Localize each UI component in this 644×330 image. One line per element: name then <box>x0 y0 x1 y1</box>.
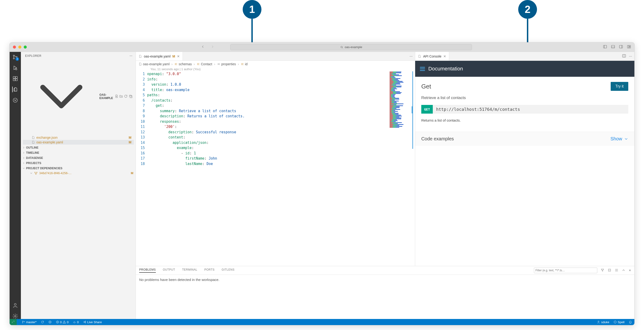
tab-oas-example[interactable]: oas-example.yaml M ✕ <box>136 52 183 60</box>
api-console-title: Documentation <box>428 66 463 72</box>
tab-close-icon[interactable]: ✕ <box>443 54 446 58</box>
sidebar-section-outline[interactable]: OUTLINE <box>21 145 136 150</box>
svg-point-28 <box>50 322 50 322</box>
notifications-icon[interactable] <box>629 320 632 324</box>
problems-filter-input[interactable] <box>534 268 597 273</box>
operation-summary: Retrieve a list of contacts <box>421 96 628 100</box>
live-share-status[interactable]: Live Share <box>83 320 102 324</box>
panel-close-icon[interactable]: ✕ <box>629 269 631 272</box>
code-examples-section[interactable]: Code examples Show <box>415 132 634 146</box>
svg-point-32 <box>74 323 75 323</box>
explorer-icon[interactable] <box>12 86 18 92</box>
svg-point-37 <box>614 321 616 323</box>
editor-left: oas-example.yaml M ✕ ⋯ oas-example.yaml … <box>136 52 415 266</box>
sidebar: EXPLORER ⋯ OAS-EXAMPLE exchan <box>21 52 136 319</box>
settings-gear-icon[interactable] <box>12 313 18 319</box>
breadcrumb[interactable]: oas-example.yaml › schemas › Contact › p… <box>136 61 415 67</box>
panel-tab-terminal[interactable]: TERMINAL <box>182 268 198 273</box>
window-maximize-icon[interactable] <box>24 46 27 48</box>
user-status[interactable]: sduke <box>597 320 609 324</box>
show-link[interactable]: Show <box>610 136 622 142</box>
activity-bar: 3 <box>10 52 21 319</box>
dependency-name: 346d7416-8f46-4256-… <box>39 171 72 175</box>
project-name: OAS-EXAMPLE <box>100 93 114 100</box>
panel-tab-gitlens[interactable]: GITLENS <box>222 268 234 273</box>
remote-indicator[interactable] <box>10 319 17 325</box>
panel-chevron-up-icon[interactable] <box>622 268 626 273</box>
project-dependencies-section[interactable]: PROJECT DEPENDENCIES <box>21 166 136 171</box>
svg-rect-2 <box>612 45 615 48</box>
svg-rect-18 <box>129 95 131 97</box>
svg-point-29 <box>49 321 52 324</box>
file-item[interactable]: oas-example.yamlM <box>23 140 134 144</box>
svg-rect-1 <box>604 45 607 48</box>
nav-forward-icon[interactable] <box>211 45 214 49</box>
spell-status[interactable]: Spell <box>614 320 624 324</box>
panel-left-icon[interactable] <box>603 44 607 50</box>
refresh-icon[interactable] <box>124 94 128 99</box>
hamburger-icon[interactable] <box>420 67 425 71</box>
sidebar-title: EXPLORER <box>25 54 41 58</box>
svg-point-0 <box>341 46 342 48</box>
svg-rect-3 <box>619 45 623 48</box>
sidebar-more-icon[interactable]: ⋯ <box>130 54 132 58</box>
dependency-item[interactable]: 346d7416-8f46-4256-… M <box>21 171 136 176</box>
callout-1: 1 <box>243 0 262 49</box>
account-icon[interactable] <box>12 302 18 308</box>
bottom-panel: PROBLEMSOUTPUTTERMINALPORTSGITLENS ✕ No … <box>136 266 634 319</box>
panel-tab-ports[interactable]: PORTS <box>204 268 215 273</box>
split-editor-icon[interactable] <box>622 54 626 59</box>
http-method-badge: GET <box>421 105 433 114</box>
layout-customize-icon[interactable] <box>627 44 631 50</box>
svg-point-10 <box>16 68 17 70</box>
tab-close-icon[interactable]: ✕ <box>177 54 180 58</box>
svg-point-22 <box>218 64 219 64</box>
new-folder-icon[interactable] <box>119 94 123 99</box>
endpoint-box: GET http://localhost:51764/m/contacts <box>421 105 628 114</box>
code-editor[interactable]: 123456789101112131415161718 openapi: "3.… <box>136 71 415 266</box>
svg-rect-13 <box>16 79 17 81</box>
try-it-button[interactable]: Try it <box>611 82 628 91</box>
window-minimize-icon[interactable] <box>18 46 21 48</box>
editor-right: API Console ✕ ⋯ Documentation <box>415 52 634 266</box>
svg-rect-6 <box>629 47 630 48</box>
new-file-icon[interactable] <box>114 94 118 99</box>
run-debug-icon[interactable] <box>12 65 18 71</box>
minimap[interactable] <box>390 71 413 149</box>
collapse-icon[interactable] <box>608 268 612 273</box>
nav-back-icon[interactable] <box>201 45 205 49</box>
scm-badge: 3 <box>16 57 19 61</box>
extensions-icon[interactable] <box>12 76 18 82</box>
project-root[interactable]: OAS-EXAMPLE <box>23 58 134 135</box>
sidebar-section-projects[interactable]: PROJECTS <box>21 160 136 166</box>
gitlens-status[interactable] <box>48 320 52 324</box>
sidebar-section-timeline[interactable]: TIMELINE <box>21 150 136 156</box>
operation-title: Get <box>421 83 431 90</box>
svg-rect-4 <box>627 45 629 48</box>
filter-icon[interactable] <box>600 268 604 273</box>
command-center[interactable]: oas-example <box>230 44 472 50</box>
editor-more-icon[interactable]: ⋯ <box>629 54 632 58</box>
sync-status[interactable] <box>41 320 44 324</box>
mulesoft-icon[interactable] <box>12 98 18 103</box>
panel-tab-output[interactable]: OUTPUT <box>163 268 175 273</box>
panel-tab-problems[interactable]: PROBLEMS <box>139 268 156 273</box>
collapse-all-icon[interactable] <box>128 94 132 99</box>
svg-rect-14 <box>16 76 17 78</box>
panel-right-icon[interactable] <box>619 44 623 50</box>
tab-api-console[interactable]: API Console ✕ <box>415 52 449 60</box>
editor-more-icon[interactable]: ⋯ <box>410 54 412 58</box>
panel-bottom-icon[interactable] <box>611 44 615 50</box>
file-item[interactable]: exchange.jsonM <box>23 135 134 140</box>
problems-status[interactable]: 0 0 <box>56 320 68 324</box>
app-window: oas-example 3 <box>10 42 634 325</box>
titlebar: oas-example <box>10 42 634 52</box>
ports-status[interactable]: 0 <box>73 320 78 324</box>
window-close-icon[interactable] <box>13 46 16 48</box>
scm-icon[interactable]: 3 <box>12 54 18 60</box>
branch-status[interactable]: master* <box>22 320 36 324</box>
sidebar-section-datasense[interactable]: DATASENSE <box>21 156 136 160</box>
svg-point-15 <box>13 98 17 102</box>
view-as-list-icon[interactable] <box>615 268 618 273</box>
api-console-header: Documentation <box>415 61 634 77</box>
